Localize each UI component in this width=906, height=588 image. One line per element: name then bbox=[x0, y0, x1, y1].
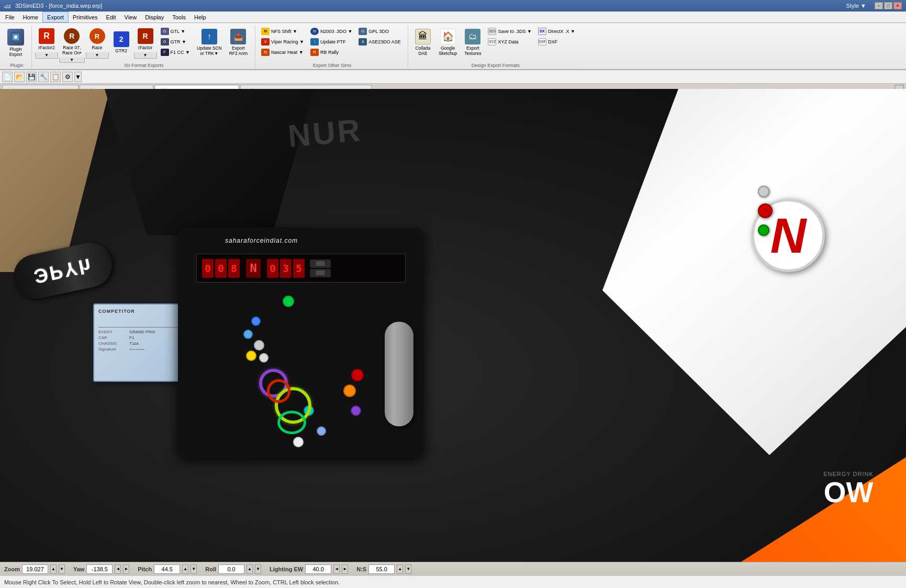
lighting-ew-right[interactable]: ► bbox=[342, 564, 348, 574]
window-title: 3DSimED3 - [force_india.wep.erp] bbox=[15, 3, 102, 9]
minimize-button[interactable]: − bbox=[875, 2, 883, 9]
sw-btn-gray2[interactable] bbox=[259, 353, 269, 363]
menu-display[interactable]: Display bbox=[141, 12, 168, 22]
race-arrow[interactable]: ▼ bbox=[86, 52, 109, 59]
titlebar: 🏎 3DSimED3 - [force_india.wep.erp] Style… bbox=[0, 0, 906, 12]
sw-btn-lightblue[interactable] bbox=[317, 426, 326, 436]
f1cc-button[interactable]: F F1 CC ▼ bbox=[158, 47, 193, 57]
sw-ring-red[interactable] bbox=[267, 379, 290, 403]
xyz-data-button[interactable]: XYZ XYZ Data bbox=[485, 37, 534, 47]
dxf-button[interactable]: DXF DXF bbox=[535, 37, 578, 47]
qa-dropdown[interactable]: ▼ bbox=[74, 72, 82, 82]
nascar-heat-button[interactable]: N Nascar Heat ▼ bbox=[259, 47, 307, 57]
roll-value[interactable]: 0.0 bbox=[218, 564, 244, 574]
menu-edit[interactable]: Edit bbox=[102, 12, 120, 22]
rfactor2-arrow[interactable]: ▼ bbox=[35, 52, 58, 59]
sw-column bbox=[385, 322, 413, 426]
badge-competitor: COMPETITOR bbox=[98, 309, 135, 314]
plugin-section-label: Plugin bbox=[2, 63, 31, 68]
qa-btn5[interactable]: 📋 bbox=[50, 72, 61, 82]
gpl-button[interactable]: G GPL 3DO bbox=[356, 26, 404, 36]
export-textures-button[interactable]: 🗂 ExportTextures bbox=[461, 26, 484, 59]
rb-rally-label: RB Rally bbox=[320, 50, 339, 55]
viper-racing-button[interactable]: V Viper Racing ▼ bbox=[259, 37, 307, 47]
menu-file[interactable]: File bbox=[1, 12, 19, 22]
rb-rally-button[interactable]: R RB Rally bbox=[308, 47, 355, 57]
ase23do-label: ASE23DO ASE bbox=[368, 39, 401, 44]
n2003-button[interactable]: N N2003 .3DO ▼ bbox=[308, 26, 355, 36]
nfs-shift-button[interactable]: N NFS Shift ▼ bbox=[259, 26, 307, 36]
maximize-button[interactable]: □ bbox=[884, 2, 892, 9]
yaw-left[interactable]: ◄ bbox=[115, 564, 121, 574]
menu-tools[interactable]: Tools bbox=[168, 12, 190, 22]
google-sketchup-icon: 🏠 bbox=[440, 29, 456, 44]
ns-value[interactable]: 55.0 bbox=[368, 564, 395, 574]
menu-help[interactable]: Help bbox=[190, 12, 210, 22]
style-dropdown[interactable]: Style ▼ bbox=[846, 3, 866, 9]
rfactor-button[interactable]: R rFactor ▼ bbox=[134, 26, 157, 59]
plugin-export-button[interactable]: PluginExport bbox=[4, 27, 27, 59]
directx-button[interactable]: DX DirectX .X ▼ bbox=[535, 26, 578, 36]
zoom-value[interactable]: 19.027 bbox=[22, 564, 48, 574]
pitch-down[interactable]: ▼ bbox=[191, 564, 197, 574]
race07-arrow[interactable]: ▼ bbox=[59, 58, 85, 63]
close-button[interactable]: × bbox=[893, 2, 902, 9]
plugin-export-label: PluginExport bbox=[9, 47, 23, 57]
update-scn-button[interactable]: ↑ Update SCNor TRK▼ bbox=[194, 26, 225, 59]
export-rf2-button[interactable]: 📤 ExportRF2 Anm bbox=[226, 26, 251, 59]
google-sketchup-button[interactable]: 🏠 GoogleSketchup bbox=[435, 26, 460, 59]
lighting-ew-left[interactable]: ◄ bbox=[333, 564, 340, 574]
qa-save[interactable]: 💾 bbox=[26, 72, 37, 82]
zoom-down[interactable]: ▼ bbox=[59, 564, 65, 574]
yaw-right[interactable]: ► bbox=[123, 564, 129, 574]
save-3ds-button[interactable]: 3DS Save to .3DS ▼ bbox=[485, 26, 534, 36]
pitch-up[interactable]: ▲ bbox=[182, 564, 188, 574]
gtr-label: GTR ▼ bbox=[171, 39, 186, 44]
energy-drink-logo: ENERGY DRINK OW bbox=[807, 436, 890, 541]
race07-button[interactable]: R Race 07,Race On• ▼ bbox=[59, 26, 85, 59]
lighting-ew-label: Lighting EW bbox=[270, 566, 303, 572]
ns-down[interactable]: ▼ bbox=[405, 564, 411, 574]
svg-point-2 bbox=[14, 36, 17, 39]
pitch-value[interactable]: 44.5 bbox=[154, 564, 180, 574]
menu-export[interactable]: Export bbox=[42, 12, 69, 22]
qa-new[interactable]: 📄 bbox=[2, 72, 13, 82]
sw-btn-white[interactable] bbox=[293, 437, 304, 447]
qa-btn6[interactable]: ⚙ bbox=[62, 72, 73, 82]
sw-btn-yellow[interactable] bbox=[246, 350, 256, 361]
sw-btn-blue1[interactable] bbox=[251, 316, 261, 326]
sw-btn-gray1[interactable] bbox=[254, 340, 264, 350]
yaw-value[interactable]: -138.5 bbox=[86, 564, 113, 574]
pitch-field: Pitch 44.5 ▲ ▼ bbox=[138, 564, 197, 574]
sw-btn-orange[interactable] bbox=[343, 385, 356, 397]
viewport[interactable]: N ЭPYh COMPETITOR 2015 EVENT GRAND PRIX bbox=[0, 89, 906, 562]
menu-primitives[interactable]: Primitives bbox=[69, 12, 102, 22]
roll-up[interactable]: ▲ bbox=[247, 564, 253, 574]
ase23do-button[interactable]: A ASE23DO ASE bbox=[356, 37, 404, 47]
gtr2-button[interactable]: 2 GTR2 bbox=[110, 26, 133, 59]
roll-down[interactable]: ▼ bbox=[255, 564, 261, 574]
gtl-label: GTL ▼ bbox=[171, 29, 186, 34]
update-ptf-button[interactable]: ↑ Update PTF bbox=[308, 37, 355, 47]
collada-dae-button[interactable]: 🏛 ColladaDAE bbox=[411, 26, 434, 59]
menu-home[interactable]: Home bbox=[19, 12, 42, 22]
car-body-text: NUR bbox=[286, 112, 363, 154]
qa-btn4[interactable]: 🔧 bbox=[38, 72, 49, 82]
sw-btn-green-top[interactable] bbox=[283, 296, 294, 307]
sw-ring-green-bottom[interactable] bbox=[277, 411, 306, 434]
race-button[interactable]: R Race ▼ bbox=[86, 26, 109, 59]
zoom-up[interactable]: ▲ bbox=[50, 564, 57, 574]
ns-up[interactable]: ▲ bbox=[397, 564, 403, 574]
sw-btn-red[interactable] bbox=[351, 369, 364, 381]
sw-btn-purple[interactable] bbox=[351, 405, 361, 416]
qa-open[interactable]: 📂 bbox=[14, 72, 25, 82]
menu-view[interactable]: View bbox=[120, 12, 141, 22]
rfactor-arrow[interactable]: ▼ bbox=[134, 52, 157, 59]
sw-btn-blue2[interactable] bbox=[243, 330, 253, 339]
export-textures-label: ExportTextures bbox=[464, 46, 481, 56]
lighting-ew-value[interactable]: 40.0 bbox=[305, 564, 331, 574]
rfactor2-button[interactable]: R rFactor2 ▼ bbox=[35, 26, 58, 59]
gtr-button[interactable]: G GTR ▼ bbox=[158, 37, 193, 47]
toolbar-section-other: N NFS Shift ▼ V Viper Racing ▼ N Nascar … bbox=[256, 25, 408, 69]
gtl-button[interactable]: G GTL ▼ bbox=[158, 26, 193, 36]
